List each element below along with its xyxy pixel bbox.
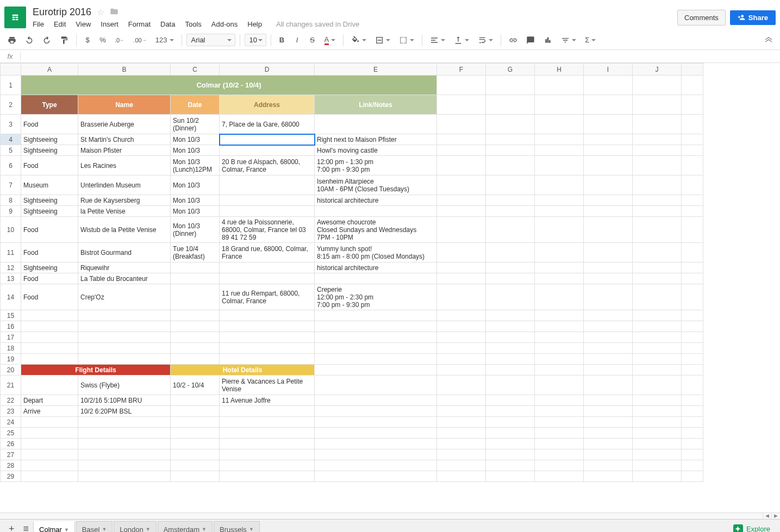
select-all-corner[interactable] xyxy=(1,64,21,76)
cell[interactable] xyxy=(486,471,535,482)
cell[interactable]: Depart xyxy=(21,395,78,406)
row-header[interactable]: 22 xyxy=(1,395,21,406)
cell[interactable] xyxy=(682,95,703,115)
cell[interactable]: La Table du Brocanteur xyxy=(78,273,171,284)
row-header[interactable]: 10 xyxy=(1,217,21,243)
cell[interactable] xyxy=(171,354,220,365)
cell[interactable] xyxy=(535,243,584,262)
cell[interactable] xyxy=(584,145,633,156)
menu-insert[interactable]: Insert xyxy=(101,20,118,28)
cell[interactable]: Awesome choucroteClosed Sundays and Wedn… xyxy=(315,217,437,243)
cell[interactable] xyxy=(633,243,682,262)
col-header-A[interactable]: A xyxy=(21,64,78,76)
cell[interactable] xyxy=(171,449,220,460)
cell[interactable]: Unterlinden Museum xyxy=(78,176,171,195)
cell[interactable] xyxy=(682,471,703,482)
text-color-button[interactable]: A xyxy=(321,33,339,47)
cell[interactable] xyxy=(535,284,584,310)
cell[interactable]: 18 Grand rue, 68000, Colmar, France xyxy=(220,243,315,262)
cell[interactable] xyxy=(584,343,633,354)
cell[interactable]: Sightseeing xyxy=(21,134,78,145)
cell[interactable] xyxy=(584,406,633,417)
chevron-down-icon[interactable]: ▼ xyxy=(146,527,151,532)
cell[interactable]: Brasserie Auberge xyxy=(78,115,171,134)
cell[interactable] xyxy=(486,195,535,206)
cell[interactable]: Link/Notes xyxy=(315,95,437,115)
cell[interactable] xyxy=(171,395,220,406)
cell[interactable] xyxy=(535,439,584,449)
cell[interactable] xyxy=(682,195,703,206)
cell[interactable] xyxy=(633,343,682,354)
cell[interactable] xyxy=(584,321,633,332)
row-header[interactable]: 13 xyxy=(1,273,21,284)
cell[interactable] xyxy=(171,262,220,273)
menu-data[interactable]: Data xyxy=(160,20,175,28)
cell[interactable] xyxy=(486,115,535,134)
text-wrap-button[interactable] xyxy=(475,33,496,47)
cell[interactable] xyxy=(584,243,633,262)
cell[interactable]: Mon 10/3 xyxy=(171,134,220,145)
cell[interactable] xyxy=(78,449,171,460)
cell[interactable]: 7, Place de la Gare, 68000 xyxy=(220,115,315,134)
cell[interactable] xyxy=(171,439,220,449)
cell[interactable] xyxy=(21,460,78,471)
cell[interactable] xyxy=(535,273,584,284)
col-header-[interactable] xyxy=(682,64,703,76)
cell[interactable] xyxy=(486,406,535,417)
h-scrollbar[interactable]: ◀ ▶ xyxy=(0,512,780,519)
cell[interactable]: Creperie12:00 pm - 2:30 pm7:00 pm - 9:30… xyxy=(315,284,437,310)
cell[interactable] xyxy=(584,449,633,460)
cell[interactable]: Sightseeing xyxy=(21,206,78,217)
row-header[interactable]: 5 xyxy=(1,145,21,156)
sheet-tab-brussels[interactable]: Brussels▼ xyxy=(214,521,260,532)
sheet-tab-colmar[interactable]: Colmar▼ xyxy=(33,521,75,532)
cell[interactable] xyxy=(220,310,315,321)
cell[interactable] xyxy=(633,176,682,195)
row-header[interactable]: 6 xyxy=(1,156,21,176)
cell[interactable] xyxy=(486,343,535,354)
cell[interactable]: Les Racines xyxy=(78,156,171,176)
cell[interactable]: 10/2 6:20PM BSL xyxy=(78,406,171,417)
cell[interactable] xyxy=(315,417,437,428)
cell[interactable] xyxy=(633,449,682,460)
cell[interactable] xyxy=(682,206,703,217)
cell[interactable] xyxy=(535,217,584,243)
cell[interactable] xyxy=(682,217,703,243)
cell[interactable] xyxy=(437,310,486,321)
cell[interactable] xyxy=(682,439,703,449)
cell[interactable] xyxy=(584,217,633,243)
comments-button[interactable]: Comments xyxy=(677,10,726,26)
row-header[interactable]: 26 xyxy=(1,439,21,449)
cell[interactable] xyxy=(486,449,535,460)
cell[interactable] xyxy=(220,428,315,439)
cell[interactable] xyxy=(535,417,584,428)
row-header[interactable]: 17 xyxy=(1,332,21,343)
cell[interactable] xyxy=(633,134,682,145)
cell[interactable] xyxy=(315,460,437,471)
cell[interactable]: Mon 10/3 xyxy=(171,195,220,206)
cell[interactable] xyxy=(682,134,703,145)
cell[interactable] xyxy=(682,365,703,375)
cell[interactable] xyxy=(535,145,584,156)
cell[interactable] xyxy=(584,428,633,439)
cell[interactable] xyxy=(584,417,633,428)
cell[interactable] xyxy=(437,76,486,95)
cell[interactable] xyxy=(21,343,78,354)
cell[interactable]: 20 B rue d Alspach, 68000, Colmar, Franc… xyxy=(220,156,315,176)
merge-cells-button[interactable] xyxy=(396,33,417,47)
all-sheets-button[interactable]: ≡ xyxy=(19,521,34,532)
cell[interactable] xyxy=(682,460,703,471)
cell[interactable] xyxy=(171,460,220,471)
cell[interactable] xyxy=(633,460,682,471)
cell[interactable] xyxy=(220,332,315,343)
row-header[interactable]: 21 xyxy=(1,375,21,395)
row-header[interactable]: 18 xyxy=(1,343,21,354)
collapse-toolbar-icon[interactable] xyxy=(762,34,776,46)
cell[interactable] xyxy=(535,310,584,321)
cell[interactable] xyxy=(220,145,315,156)
chevron-down-icon[interactable]: ▼ xyxy=(102,527,107,532)
chevron-down-icon[interactable]: ▼ xyxy=(64,527,69,533)
cell[interactable] xyxy=(682,343,703,354)
cell[interactable] xyxy=(220,439,315,449)
cell[interactable]: Pierre & Vacances La Petite Venise xyxy=(220,375,315,395)
